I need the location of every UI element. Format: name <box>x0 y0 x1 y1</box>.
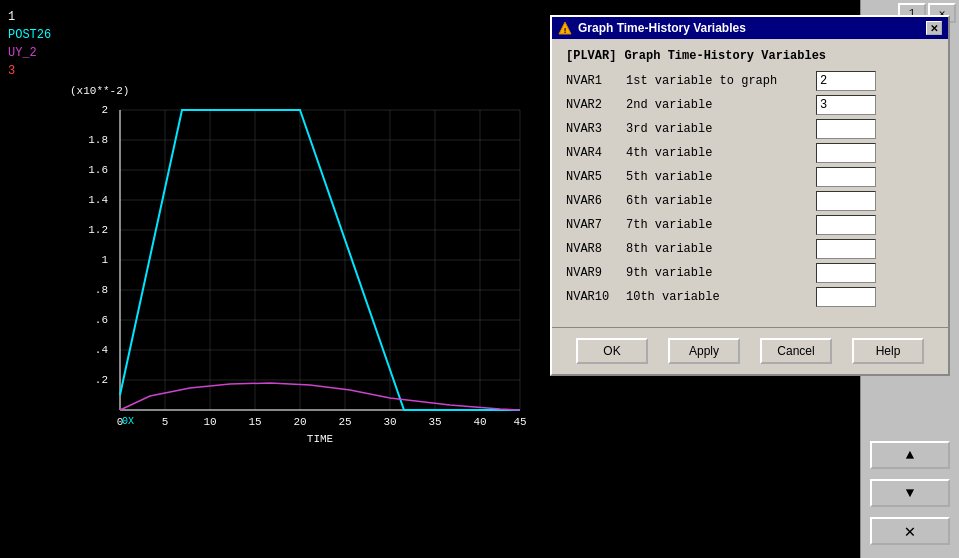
label-post26: POST26 <box>8 26 51 44</box>
help-button[interactable]: Help <box>852 338 924 364</box>
svg-text:0X: 0X <box>122 416 134 427</box>
ok-button[interactable]: OK <box>576 338 648 364</box>
dialog-titlebar-left: ! Graph Time-History Variables <box>558 21 746 35</box>
dialog-row-nvar5: NVAR55th variable <box>566 167 934 187</box>
nvar-input-3[interactable] <box>816 143 876 163</box>
nvar-label-2: NVAR3 <box>566 122 626 136</box>
nvar-desc-7: 8th variable <box>626 242 816 256</box>
dialog-titlebar: ! Graph Time-History Variables ✕ <box>552 17 948 39</box>
svg-text:1: 1 <box>101 254 108 266</box>
nvar-desc-8: 9th variable <box>626 266 816 280</box>
nvar-label-6: NVAR7 <box>566 218 626 232</box>
svg-text:!: ! <box>564 26 567 35</box>
label-number-3: 3 <box>8 62 51 80</box>
nvar-input-8[interactable] <box>816 263 876 283</box>
svg-text:.4: .4 <box>95 344 109 356</box>
dialog-title: Graph Time-History Variables <box>578 21 746 35</box>
nvar-label-0: NVAR1 <box>566 74 626 88</box>
nvar-label-7: NVAR8 <box>566 242 626 256</box>
scroll-up-arrow[interactable]: ▲ <box>870 441 950 469</box>
dialog-row-nvar9: NVAR99th variable <box>566 263 934 283</box>
label-number-1: 1 <box>8 8 51 26</box>
nvar-desc-2: 3rd variable <box>626 122 816 136</box>
svg-text:.6: .6 <box>95 314 108 326</box>
plvar-label: [PLVAR] <box>566 49 616 63</box>
magenta-graph-line <box>120 383 520 410</box>
nvar-input-4[interactable] <box>816 167 876 187</box>
svg-text:15: 15 <box>248 416 261 428</box>
nvar-label-3: NVAR4 <box>566 146 626 160</box>
svg-text:45: 45 <box>513 416 526 428</box>
nvar-input-0[interactable] <box>816 71 876 91</box>
nvar-desc-5: 6th variable <box>626 194 816 208</box>
label-uy2: UY_2 <box>8 44 51 62</box>
nvar-label-8: NVAR9 <box>566 266 626 280</box>
apply-button[interactable]: Apply <box>668 338 740 364</box>
top-labels: 1 POST26 UY_2 3 <box>8 8 51 80</box>
svg-text:TIME: TIME <box>307 433 334 445</box>
nvar-input-2[interactable] <box>816 119 876 139</box>
scroll-x-btn[interactable]: ✕ <box>870 517 950 545</box>
dialog-header-desc: Graph Time-History Variables <box>624 49 826 63</box>
dialog-row-nvar7: NVAR77th variable <box>566 215 934 235</box>
svg-text:10: 10 <box>203 416 216 428</box>
svg-text:.2: .2 <box>95 374 108 386</box>
nvar-desc-0: 1st variable to graph <box>626 74 816 88</box>
cancel-button[interactable]: Cancel <box>760 338 832 364</box>
nvar-input-5[interactable] <box>816 191 876 211</box>
svg-text:1.2: 1.2 <box>88 224 108 236</box>
chart-svg: (x10**-2) VALU <box>70 80 550 450</box>
svg-text:25: 25 <box>338 416 351 428</box>
dialog-row-nvar10: NVAR1010th variable <box>566 287 934 307</box>
svg-text:35: 35 <box>428 416 441 428</box>
dialog-box: ! Graph Time-History Variables ✕ [PLVAR]… <box>550 15 950 376</box>
dialog-row-nvar3: NVAR33rd variable <box>566 119 934 139</box>
dialog-row-nvar6: NVAR66th variable <box>566 191 934 211</box>
nvar-desc-3: 4th variable <box>626 146 816 160</box>
dialog-header-row: [PLVAR] Graph Time-History Variables <box>566 49 934 63</box>
nvar-desc-6: 7th variable <box>626 218 816 232</box>
svg-text:1.8: 1.8 <box>88 134 108 146</box>
nvar-label-4: NVAR5 <box>566 170 626 184</box>
dialog-buttons: OK Apply Cancel Help <box>552 327 948 374</box>
nvar-desc-1: 2nd variable <box>626 98 816 112</box>
dialog-row-nvar2: NVAR22nd variable <box>566 95 934 115</box>
chart-area: (x10**-2) VALU <box>70 80 550 440</box>
dialog-rows-container: NVAR11st variable to graphNVAR22nd varia… <box>566 71 934 307</box>
nvar-input-9[interactable] <box>816 287 876 307</box>
svg-text:30: 30 <box>383 416 396 428</box>
nvar-input-6[interactable] <box>816 215 876 235</box>
svg-text:.8: .8 <box>95 284 108 296</box>
dialog-row-nvar1: NVAR11st variable to graph <box>566 71 934 91</box>
nvar-input-7[interactable] <box>816 239 876 259</box>
svg-text:40: 40 <box>473 416 486 428</box>
warning-icon: ! <box>558 21 572 35</box>
nvar-label-1: NVAR2 <box>566 98 626 112</box>
svg-text:20: 20 <box>293 416 306 428</box>
svg-text:2: 2 <box>101 104 108 116</box>
dialog-close-button[interactable]: ✕ <box>926 21 942 35</box>
dialog-body: [PLVAR] Graph Time-History Variables NVA… <box>552 39 948 321</box>
dialog-row-nvar4: NVAR44th variable <box>566 143 934 163</box>
nvar-input-1[interactable] <box>816 95 876 115</box>
svg-text:1.4: 1.4 <box>88 194 108 206</box>
scale-note: (x10**-2) <box>70 85 129 97</box>
svg-text:1.6: 1.6 <box>88 164 108 176</box>
nvar-desc-9: 10th variable <box>626 290 816 304</box>
nvar-label-9: NVAR10 <box>566 290 626 304</box>
scroll-down-arrow[interactable]: ▼ <box>870 479 950 507</box>
nvar-label-5: NVAR6 <box>566 194 626 208</box>
dialog-row-nvar8: NVAR88th variable <box>566 239 934 259</box>
nvar-desc-4: 5th variable <box>626 170 816 184</box>
svg-text:5: 5 <box>162 416 169 428</box>
